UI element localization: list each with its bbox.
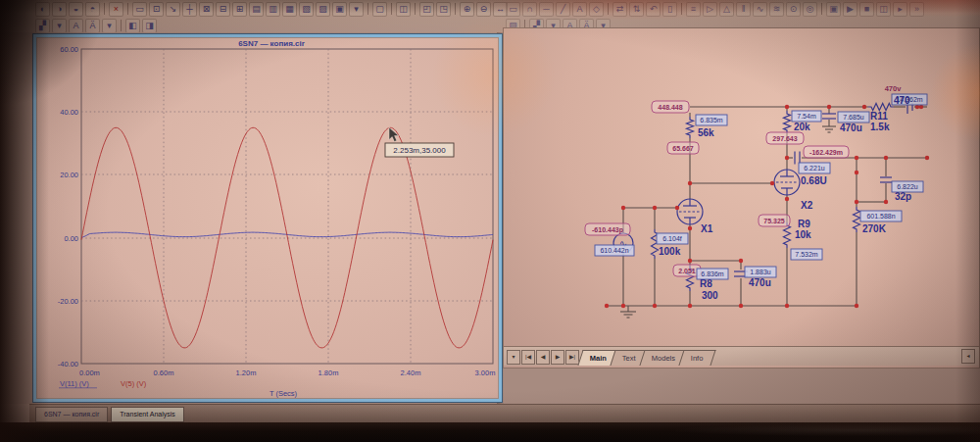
plot-title: 6SN7 — копия.cir <box>238 39 305 48</box>
page-nav-button[interactable]: ▾ <box>507 350 520 365</box>
horizontal-tag-icon[interactable]: ⊟ <box>216 2 230 17</box>
stop-analysis-icon[interactable]: ■ <box>859 2 874 17</box>
graphics-icon[interactable]: ◇ <box>589 2 604 17</box>
properties-icon[interactable]: ▣ <box>332 2 347 17</box>
zoom-mode-icon[interactable]: ⊡ <box>149 2 164 17</box>
ground-icon[interactable]: ≡ <box>686 2 701 17</box>
capacitor-filter-470u[interactable] <box>822 114 836 119</box>
zoom-region-1-icon[interactable]: ◰ <box>419 2 434 17</box>
resistor-icon[interactable]: ≋ <box>769 2 784 17</box>
run-analysis-icon[interactable]: ▶ <box>843 2 858 17</box>
page-nav-button[interactable]: |◀ <box>521 350 535 365</box>
watch-window-icon[interactable]: ◫ <box>396 2 411 17</box>
mirror-icon[interactable]: ▯ <box>662 2 677 17</box>
zoom-in-icon[interactable]: ⊕ <box>460 2 474 17</box>
stop-icon[interactable]: ◒ <box>69 2 83 17</box>
properties-caret-icon[interactable]: ▾ <box>349 2 364 17</box>
flip-vertical-icon[interactable]: ⇅ <box>629 2 644 17</box>
y-tick: -40.00 <box>58 360 78 368</box>
analysis-limits-icon[interactable]: ◑ <box>52 2 67 17</box>
last-page-icon[interactable]: » <box>909 2 924 17</box>
tube-x1[interactable] <box>677 199 703 224</box>
diode-icon[interactable]: ▷ <box>703 2 717 17</box>
y-tick: 60.00 <box>60 45 78 54</box>
inductor-icon[interactable]: ∿ <box>753 2 767 17</box>
go-to-x-icon[interactable]: ▥ <box>266 2 280 17</box>
y-tick: 20.00 <box>60 171 78 179</box>
color-fore-icon[interactable]: ◧ <box>125 19 140 33</box>
legend-v5[interactable]: V(5) (V) <box>121 379 147 388</box>
scope-icon[interactable]: ▣ <box>826 2 841 17</box>
peak-valley-icon[interactable]: ▨ <box>316 2 330 17</box>
font-caret-icon[interactable]: ▾ <box>102 19 117 33</box>
x-tick: 0.00m <box>79 368 100 377</box>
plot-legend[interactable]: V(11) (V) V(5) (V) <box>59 379 147 388</box>
source-icon[interactable]: ⊙ <box>786 2 801 17</box>
rotate-icon[interactable]: ↶ <box>646 2 661 17</box>
meter-icon[interactable]: ◎ <box>803 2 817 17</box>
grid-select-icon[interactable]: ▞ <box>35 19 50 33</box>
color-back-icon[interactable]: ◨ <box>142 19 157 33</box>
point-tag-icon[interactable]: ⊠ <box>199 2 214 17</box>
x-tick: 3.00m <box>475 368 496 377</box>
component-icon[interactable]: ∩ <box>522 2 537 17</box>
run-icon[interactable]: ◐ <box>35 2 50 17</box>
state-variables-icon[interactable]: ◓ <box>85 2 100 17</box>
zoom-region-2-icon[interactable]: ◳ <box>436 2 451 17</box>
pause-analysis-icon[interactable]: ◫ <box>876 2 891 17</box>
transistor-icon[interactable]: △ <box>719 2 734 17</box>
cursor-readout: 2.253m,35.000 <box>393 146 446 155</box>
ruler-icon[interactable]: ▤ <box>249 2 264 17</box>
current-100k: 6.104f <box>662 235 682 242</box>
resistor-r11[interactable] <box>868 104 894 111</box>
go-to-y-icon[interactable]: ▦ <box>282 2 297 17</box>
ref-x2: X2 <box>801 200 813 211</box>
document-tab[interactable]: Transient Analysis <box>111 407 184 422</box>
schematic-window[interactable]: ∿ <box>503 27 980 368</box>
page-nav-button[interactable]: ◀ <box>536 350 550 365</box>
transient-analysis-window[interactable]: 6SN7 — копия.cir 60.00 40.00 20.00 0.00 … <box>33 34 502 402</box>
legend-v11[interactable]: V(11) (V) <box>60 379 89 388</box>
value-filter-cap: 470u <box>840 123 862 133</box>
font-icon[interactable]: A <box>69 19 83 33</box>
text-tool-icon[interactable]: A <box>572 2 587 17</box>
screen-bezel <box>0 422 980 442</box>
wire-diagonal-icon[interactable]: ╱ <box>556 2 570 17</box>
current-32p: 6.822u <box>897 183 918 190</box>
flip-horizontal-icon[interactable]: ⇄ <box>612 2 627 17</box>
ground-symbol-filter <box>822 126 836 132</box>
resistor-20k[interactable] <box>784 111 791 133</box>
node-voltage-x1-cathode: 2.051 <box>678 268 696 274</box>
page-nav-button[interactable]: ▶ <box>551 350 564 365</box>
select-mode-icon[interactable]: ▭ <box>132 2 147 17</box>
zoom-out-icon[interactable]: ⊖ <box>476 2 491 17</box>
value-32p: 32p <box>895 191 911 202</box>
cursor-mode-icon[interactable]: ┼ <box>182 2 197 17</box>
vertical-tag-icon[interactable]: ⊞ <box>232 2 247 17</box>
wire-icon[interactable]: ─ <box>539 2 554 17</box>
capacitor-icon[interactable]: ‖ <box>736 2 751 17</box>
step-icon[interactable]: ▸ <box>893 2 907 17</box>
data-points-icon[interactable]: ▢ <box>372 2 387 17</box>
x-tick: 1.80m <box>318 368 339 377</box>
scrollbar-left-button[interactable]: ◂ <box>961 349 975 364</box>
tube-x2[interactable] <box>774 170 800 195</box>
toolbar-separator <box>127 3 128 15</box>
sheet-tab-info[interactable]: Info <box>678 350 715 366</box>
scale-mode-icon[interactable]: ↘ <box>166 2 180 17</box>
resistor-270k[interactable] <box>854 207 860 232</box>
current-270k: 601.588n <box>866 213 895 220</box>
x-tick: 2.40m <box>401 368 421 377</box>
page-nav-button[interactable]: ▶| <box>565 350 579 365</box>
grid-caret-icon[interactable]: ▾ <box>52 19 67 33</box>
select-icon[interactable]: ▭ <box>506 2 520 17</box>
delete-all-tags-icon[interactable]: × <box>109 2 123 17</box>
resistor-56k[interactable] <box>687 117 694 138</box>
document-tab[interactable]: 6SN7 — копия.cir <box>35 407 108 422</box>
font-style-icon[interactable]: Ä <box>85 19 100 33</box>
capacitor-32p[interactable] <box>880 177 892 182</box>
overlay-icon[interactable]: ▧ <box>299 2 314 17</box>
toolbar-separator <box>415 3 416 15</box>
toolbar-separator <box>455 3 456 15</box>
node-voltage-output: -162.429m <box>809 149 843 156</box>
